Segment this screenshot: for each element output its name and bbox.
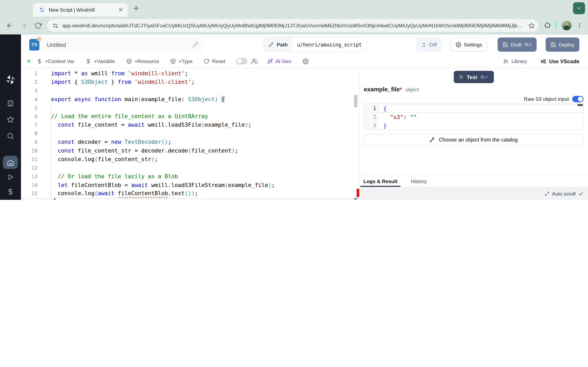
profile-avatar[interactable] [562, 21, 571, 30]
expand-icon[interactable] [545, 192, 549, 196]
new-tab-button[interactable] [132, 4, 140, 12]
sidebar-item-search[interactable] [7, 132, 14, 140]
bookmark-star-icon[interactable] [528, 22, 535, 29]
script-title-input[interactable]: Untitled [43, 37, 203, 52]
code-line[interactable]: 10 const file_content_str = decoder.deco… [21, 146, 359, 155]
code-line[interactable]: 7 const file_content = await wmill.loadS… [21, 121, 359, 129]
code-line[interactable]: 1{ [364, 104, 583, 113]
code-line[interactable]: 2 "s3": "" [364, 113, 583, 121]
code-editor[interactable]: 1import * as wmill from 'windmill-client… [21, 68, 359, 200]
code-line[interactable]: 16} [21, 198, 359, 200]
argument-name: example_file [364, 86, 400, 93]
save-icon [550, 42, 556, 48]
sidebar-item-home[interactable] [3, 156, 18, 169]
line-number: 9 [21, 138, 38, 146]
choose-object-button[interactable]: Choose an object from the catalog [364, 134, 584, 146]
add-resource-button[interactable]: +Resource [126, 58, 159, 64]
close-tab-icon[interactable] [118, 7, 124, 13]
add-resource-label: +Resource [135, 58, 159, 64]
settings-button[interactable]: Settings [451, 38, 487, 52]
deploy-button[interactable]: Deploy [545, 38, 579, 52]
code-line[interactable]: 13 // Or load the file lazily as a Blob [21, 172, 359, 181]
tab-logs-result[interactable]: Logs & Result [360, 176, 400, 187]
error-marker [357, 189, 359, 197]
code-line[interactable]: 4export async function main(example_file… [21, 95, 359, 104]
sidebar-item-workspace[interactable] [7, 100, 14, 107]
code-line[interactable]: 11 console.log(file_content_str); [21, 155, 359, 164]
code-line[interactable]: 3 [21, 86, 359, 95]
required-mark: * [400, 86, 402, 92]
line-number: 3 [364, 121, 378, 130]
code-line[interactable]: 6// Load the entire file_content as a Ui… [21, 112, 359, 121]
pencil-icon [268, 42, 274, 47]
path-value[interactable]: u/henri/amusing_script [292, 38, 366, 52]
library-label: Library [511, 58, 527, 64]
scrollbar-marker [578, 104, 583, 106]
reload-button[interactable] [35, 22, 42, 29]
edit-pencil-icon[interactable] [192, 42, 198, 48]
reset-button[interactable]: Reset [204, 58, 225, 64]
line-number: 16 [21, 198, 38, 200]
code-line[interactable]: 1import * as wmill from 'windmill-client… [21, 69, 359, 78]
raw-s3-toggle[interactable] [572, 96, 584, 102]
tab-search-button[interactable] [573, 2, 585, 14]
settings-label: Settings [464, 42, 482, 48]
inputs-section: Test ⌘↵ example_file * object Raw S3 obj… [360, 68, 588, 176]
draft-button[interactable]: Draft ⌘S [498, 38, 537, 52]
use-vscode-button[interactable]: Use VScode [540, 58, 579, 64]
line-number: 10 [21, 146, 38, 155]
collaborators-icon[interactable] [251, 58, 258, 64]
sidebar [0, 34, 21, 200]
browser-tab[interactable]: New Script | Windmill [33, 3, 128, 17]
raw-s3-label: Raw S3 object input [524, 96, 569, 102]
add-context-var-button[interactable]: +Context Var [37, 58, 74, 64]
screen: New Script | Windmill app.windmill.dev/s… [0, 0, 588, 200]
line-number: 7 [21, 121, 38, 129]
code-line[interactable]: 3} [364, 121, 583, 130]
diff-button[interactable]: Diff [416, 38, 442, 52]
url-text[interactable]: app.windmill.dev/scripts/add#JTdCJTIyaGF… [62, 23, 525, 28]
library-button[interactable]: Library [503, 58, 527, 64]
sidebar-item-favorites[interactable] [7, 116, 14, 123]
add-type-button[interactable]: +Type [170, 58, 192, 64]
sidebar-item-runs[interactable] [7, 173, 14, 181]
site-settings-icon[interactable] [52, 22, 58, 29]
path-field[interactable]: Path u/henri/amusing_script [264, 37, 367, 52]
windmill-logo-icon[interactable] [5, 74, 16, 85]
scrollbar-decoration[interactable] [354, 95, 357, 108]
address-bar[interactable]: app.windmill.dev/scripts/add#JTdCJTIyaGF… [47, 19, 538, 32]
add-context-var-label: +Context Var [45, 58, 74, 64]
code-line[interactable]: 14 let fileContentBlob = await wmill.loa… [21, 181, 359, 189]
draft-shortcut: ⌘S [524, 42, 532, 47]
collab-toggle[interactable] [236, 58, 247, 64]
refresh-icon [204, 58, 209, 64]
choose-object-label: Choose an object from the catalog [439, 137, 518, 143]
tab-history[interactable]: History [408, 176, 430, 187]
code-line[interactable]: 2import { S3Object } from 'windmill-clie… [21, 78, 359, 86]
scrollbar-decoration[interactable] [354, 198, 357, 200]
json-input-editor[interactable]: 1{2 "s3": ""3} [364, 103, 584, 130]
code-line[interactable]: 15 console.log(await fileContentBlob.tex… [21, 189, 359, 198]
sidebar-item-variables[interactable] [7, 188, 14, 196]
add-variable-label: +Variable [94, 58, 115, 64]
auto-scroll-control[interactable]: Auto scroll [364, 191, 584, 197]
line-number: 6 [21, 112, 38, 121]
browser-menu-icon[interactable] [576, 22, 583, 29]
code-line[interactable]: 12 [21, 164, 359, 172]
back-button[interactable] [6, 22, 13, 29]
add-variable-button[interactable]: +Variable [86, 58, 115, 64]
forward-button[interactable] [20, 22, 27, 29]
code-line[interactable]: 5 [21, 104, 359, 112]
line-number: 8 [21, 129, 38, 138]
code-line[interactable]: 8 [21, 129, 359, 138]
editor-settings-gear-icon[interactable] [303, 58, 309, 64]
windmill-favicon-icon [39, 7, 45, 13]
sidebar-divider [4, 149, 17, 150]
ai-gen-button[interactable]: AI Gen [267, 58, 291, 64]
extensions-icon[interactable] [544, 22, 551, 29]
code-line[interactable]: 9 const decoder = new TextDecoder(); [21, 138, 359, 146]
code-lines[interactable]: 1import * as wmill from 'windmill-client… [21, 68, 359, 200]
workspace: 1import * as wmill from 'windmill-client… [21, 68, 588, 200]
ai-gen-label: AI Gen [276, 58, 291, 64]
test-button[interactable]: Test ⌘↵ [454, 71, 494, 83]
